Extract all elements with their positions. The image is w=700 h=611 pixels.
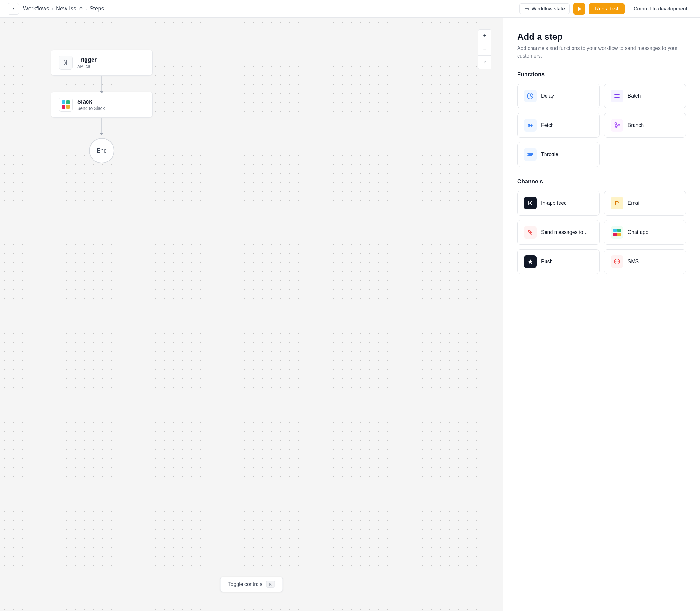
svg-line-8: [616, 124, 618, 125]
svg-point-6: [615, 126, 616, 128]
channel-card-sms[interactable]: SMS: [604, 249, 686, 274]
back-button[interactable]: ‹: [8, 3, 19, 15]
fetch-label: Fetch: [541, 122, 554, 128]
toggle-controls-shortcut: K: [266, 581, 275, 588]
svg-point-7: [618, 124, 620, 126]
fetch-icon: [524, 119, 537, 132]
trigger-node-title: Trigger: [77, 57, 96, 63]
delay-icon: [524, 90, 537, 102]
channels-section-label: Channels: [517, 178, 686, 185]
channel-card-email[interactable]: P Email: [604, 191, 686, 215]
slack-node-icon: [59, 98, 73, 111]
functions-section-label: Functions: [517, 71, 686, 78]
function-card-fetch[interactable]: Fetch: [517, 113, 599, 138]
channel-card-chat[interactable]: Chat app: [604, 220, 686, 245]
zoom-out-button[interactable]: −: [478, 43, 491, 56]
run-test-button[interactable]: Run a test: [589, 3, 625, 14]
channel-card-send-messages[interactable]: Send messages to ...: [517, 220, 599, 245]
function-card-delay[interactable]: Delay: [517, 84, 599, 108]
branch-icon: [611, 119, 623, 132]
svg-point-5: [615, 123, 616, 124]
svg-point-18: [618, 261, 618, 262]
toggle-controls: Toggle controls K: [220, 577, 283, 592]
send-messages-icon: [524, 226, 537, 239]
slack-node-info: Slack Send to Slack: [77, 99, 105, 111]
email-label: Email: [628, 200, 641, 206]
throttle-icon: [524, 148, 537, 161]
batch-label: Batch: [628, 93, 641, 99]
workflow-state-label: Workflow state: [532, 6, 565, 12]
breadcrumb-workflows[interactable]: Workflows: [23, 5, 49, 12]
send-messages-label: Send messages to ...: [541, 229, 589, 235]
run-test-icon-badge: [574, 3, 585, 15]
throttle-label: Throttle: [541, 152, 558, 158]
workflow-area: Trigger API call Slack: [51, 49, 153, 163]
toggle-controls-label: Toggle controls: [228, 581, 263, 587]
trigger-node[interactable]: Trigger API call: [51, 49, 153, 76]
svg-point-16: [615, 261, 616, 262]
header: ‹ Workflows › New Issue › Steps ▭ Workfl…: [0, 0, 700, 18]
email-icon: P: [611, 197, 623, 209]
breadcrumb-sep-2: ›: [85, 6, 87, 12]
svg-point-17: [616, 261, 617, 262]
end-node[interactable]: End: [89, 138, 115, 163]
batch-icon: [611, 90, 623, 102]
sms-label: SMS: [628, 259, 639, 265]
slack-node-title: Slack: [77, 99, 105, 105]
function-card-batch[interactable]: Batch: [604, 84, 686, 108]
commit-button[interactable]: Commit to development: [628, 3, 692, 14]
sms-icon: [611, 255, 623, 268]
trigger-node-sub: API call: [77, 64, 96, 69]
main-layout: + − ⤢ Trigger API call: [0, 18, 700, 611]
functions-grid: Delay Batch: [517, 84, 686, 167]
canvas[interactable]: + − ⤢ Trigger API call: [0, 18, 503, 611]
channels-grid: K In-app feed P Email: [517, 191, 686, 274]
panel-title: Add a step: [517, 32, 686, 42]
workflow-state-button[interactable]: ▭ Workflow state: [519, 3, 570, 14]
push-icon: [524, 255, 537, 268]
fit-view-button[interactable]: ⤢: [478, 56, 491, 69]
slack-node-sub: Send to Slack: [77, 106, 105, 111]
chat-label: Chat app: [628, 229, 649, 235]
zoom-in-button[interactable]: +: [478, 30, 491, 42]
breadcrumb-steps: Steps: [89, 5, 104, 12]
breadcrumb: Workflows › New Issue › Steps: [23, 5, 104, 12]
connector-1: [101, 76, 102, 92]
branch-label: Branch: [628, 122, 644, 128]
svg-point-13: [528, 230, 530, 233]
breadcrumb-sep-1: ›: [52, 6, 54, 12]
breadcrumb-new-issue[interactable]: New Issue: [56, 5, 83, 12]
right-panel: Add a step Add channels and functions to…: [503, 18, 700, 611]
push-label: Push: [541, 259, 552, 265]
trigger-node-info: Trigger API call: [77, 57, 96, 69]
workflow-state-icon: ▭: [524, 6, 529, 12]
canvas-controls: + − ⤢: [478, 29, 491, 69]
delay-label: Delay: [541, 93, 554, 99]
slack-node[interactable]: Slack Send to Slack: [51, 92, 153, 118]
function-card-branch[interactable]: Branch: [604, 113, 686, 138]
inapp-icon: K: [524, 197, 537, 209]
connector-2: [101, 118, 102, 134]
function-card-throttle[interactable]: Throttle: [517, 142, 599, 167]
channel-card-inapp[interactable]: K In-app feed: [517, 191, 599, 215]
inapp-label: In-app feed: [541, 200, 567, 206]
panel-description: Add channels and functions to your workf…: [517, 45, 686, 60]
chat-icon: [611, 226, 623, 239]
svg-point-14: [530, 233, 532, 234]
trigger-node-icon: [59, 56, 73, 70]
channel-card-push[interactable]: Push: [517, 249, 599, 274]
